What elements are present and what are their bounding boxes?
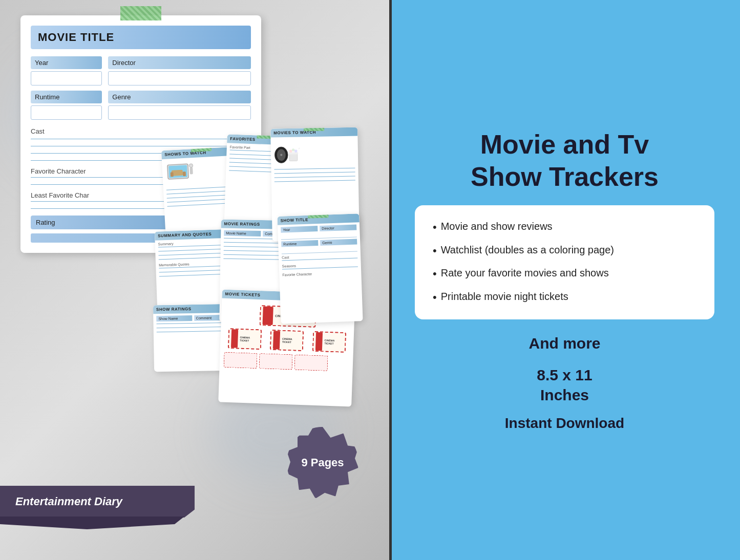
cast-label: Cast: [31, 125, 251, 138]
show-year-row: Year Director: [281, 224, 356, 232]
movies-watch-content: [270, 136, 358, 188]
title-line2: Show Trackers: [471, 162, 659, 191]
banner-text: Entertainment Diary: [15, 495, 122, 508]
show-runtime-row: Runtime Genre: [281, 239, 357, 247]
ticket-label-4: CINEMA TICKET: [324, 339, 343, 346]
bullet-2: •: [433, 244, 437, 259]
feature-text-2: Watchlist (doubles as a coloring page): [441, 243, 614, 256]
and-more: And more: [528, 335, 600, 352]
svg-rect-4: [183, 171, 186, 176]
movie-name-col: Movie Name: [224, 230, 261, 236]
show-fav-char-label: Favorite Character: [282, 270, 358, 276]
ticket-stub-4: [315, 332, 323, 351]
bullet-1: •: [433, 220, 437, 235]
ticket-row: CINEMA TICKET CINEMA TICKET CINEMA TICKE…: [224, 327, 350, 354]
ticket-2: CINEMA TICKET: [228, 328, 262, 350]
panel-divider: [389, 0, 392, 560]
svg-rect-3: [171, 172, 174, 177]
feature-text-3: Rate your favorite movies and shows: [441, 266, 609, 279]
show-name-col: Show Name: [156, 315, 192, 321]
bullet-4: •: [433, 290, 437, 305]
ticket-row-2: [224, 352, 349, 372]
svg-rect-5: [189, 167, 193, 174]
year-field-block: Year: [31, 56, 102, 85]
show-runtime-label: Runtime: [281, 240, 318, 247]
ticket-5: [224, 352, 258, 369]
show-year-label: Year: [281, 226, 318, 233]
ticket-3: CINEMA TICKET: [270, 330, 304, 351]
diary-banner: Entertainment Diary: [0, 486, 195, 529]
year-label: Year: [31, 56, 102, 69]
ticket-stub-3: [273, 331, 280, 349]
svg-line-16: [299, 147, 300, 148]
show-ratings-cols: Show Name Comment: [156, 315, 229, 321]
right-panel: Movie and Tv Show Trackers • Movie and s…: [389, 0, 740, 560]
show-title-content: Year Director Runtime Genre Cast Seasons…: [278, 222, 362, 280]
banner-wave: [0, 516, 184, 529]
instant-download: Instant Download: [505, 415, 624, 432]
tape-small-3: [304, 127, 324, 132]
right-title: Movie and Tv Show Trackers: [471, 128, 659, 192]
banner-shape: Entertainment Diary: [0, 486, 195, 518]
movie-title-bar: MOVIE TITLE: [31, 26, 251, 49]
nine-pages-badge: 9 Pages: [287, 427, 358, 499]
tv-illustration: [165, 162, 197, 186]
feature-item-4: • Printable movie night tickets: [433, 290, 696, 305]
ticket-stub-1: [263, 306, 273, 325]
left-panel: MOVIE TITLE Year Director Runtime Genre: [0, 0, 389, 560]
svg-point-6: [189, 164, 193, 168]
year-director-row: Year Director: [31, 56, 251, 85]
svg-rect-11: [288, 152, 298, 155]
tape-decoration: [120, 6, 161, 20]
runtime-input[interactable]: [31, 105, 102, 120]
svg-point-14: [294, 149, 298, 153]
bullet-3: •: [433, 267, 437, 282]
show-director-label: Director: [320, 224, 356, 231]
ticket-label-2: CINEMA TICKET: [240, 336, 258, 342]
size-text: 8.5 x 11 Inches: [537, 365, 592, 405]
ticket-label-3: CINEMA TICKET: [282, 337, 301, 344]
feature-text-1: Movie and show reviews: [441, 220, 553, 233]
ticket-7: [294, 355, 328, 371]
show-title-card: SHOW TITLE Year Director Runtime Genre C…: [277, 213, 363, 324]
year-input[interactable]: [31, 71, 102, 85]
svg-point-12: [289, 149, 292, 153]
ticket-4: CINEMA TICKET: [312, 331, 346, 353]
runtime-field-block: Runtime: [31, 91, 102, 120]
runtime-genre-row: Runtime Genre: [31, 91, 251, 120]
director-field-block: Director: [108, 56, 251, 85]
size-line1: 8.5 x 11: [537, 367, 592, 383]
features-box: • Movie and show reviews • Watchlist (do…: [415, 205, 714, 319]
ticket-stub-2: [231, 329, 238, 348]
title-line1: Movie and Tv: [480, 130, 649, 159]
svg-point-13: [292, 148, 295, 152]
ticket-6: [259, 353, 293, 370]
show-genre-label: Genre: [320, 239, 357, 246]
feature-item-3: • Rate your favorite movies and shows: [433, 266, 696, 282]
feature-item-2: • Watchlist (doubles as a coloring page): [433, 243, 696, 259]
genre-field-block: Genre: [108, 91, 251, 120]
director-input[interactable]: [108, 71, 251, 85]
genre-input[interactable]: [108, 105, 251, 120]
size-line2: Inches: [540, 386, 589, 403]
film-illustration: [273, 140, 300, 166]
badge-text: 9 Pages: [301, 456, 344, 469]
director-label: Director: [108, 56, 251, 69]
runtime-label: Runtime: [31, 91, 102, 103]
feature-text-4: Printable movie night tickets: [441, 290, 568, 303]
feature-item-1: • Movie and show reviews: [433, 220, 696, 235]
genre-label: Genre: [108, 91, 251, 103]
